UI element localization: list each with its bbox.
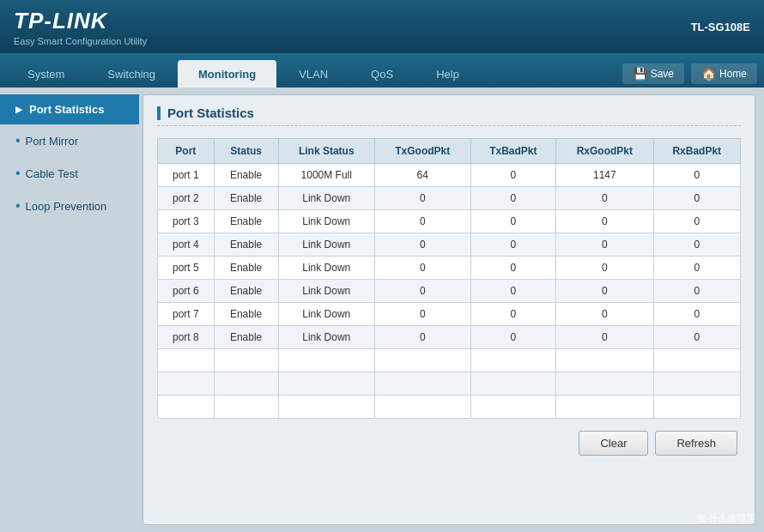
tab-qos[interactable]: QoS: [350, 60, 414, 88]
cell-status: Enable: [214, 257, 278, 280]
cell-link-status: Link Down: [278, 257, 374, 280]
nav-actions: 💾 Save 🏠 Home: [622, 63, 757, 88]
cell-status: Enable: [214, 187, 278, 210]
sidebar-item-port-mirror[interactable]: • Port Mirror: [0, 124, 139, 157]
cell-port: port 5: [158, 257, 215, 280]
table-row: port 4 Enable Link Down 0 0 0 0: [158, 233, 741, 257]
cell-status: Enable: [214, 280, 278, 303]
cell-txgoodpkt: 0: [374, 280, 470, 303]
cell-empty: [470, 396, 556, 419]
clear-button[interactable]: Clear: [579, 431, 648, 456]
cell-empty: [653, 372, 741, 396]
cell-rxbadpkt: 0: [653, 280, 741, 303]
table-empty-row: [158, 349, 741, 372]
sidebar-item-loop-prevention[interactable]: • Loop Prevention: [0, 190, 139, 222]
cell-link-status: Link Down: [278, 280, 374, 303]
cell-status: Enable: [214, 210, 278, 233]
table-empty-row: [158, 372, 741, 396]
cell-port: port 1: [158, 164, 215, 187]
cell-port: port 6: [158, 280, 215, 303]
cell-rxgoodpkt: 0: [556, 210, 653, 233]
cell-txbadpkt: 0: [470, 210, 556, 233]
tab-system[interactable]: System: [7, 60, 85, 88]
cell-empty: [556, 396, 653, 419]
cell-txbadpkt: 0: [470, 187, 556, 210]
cell-rxbadpkt: 0: [653, 257, 741, 280]
cell-txbadpkt: 0: [470, 164, 556, 187]
cell-link-status: Link Down: [278, 233, 374, 257]
tab-vlan[interactable]: VLAN: [278, 60, 349, 88]
col-rxbadpkt: RxBadPkt: [653, 139, 741, 164]
cell-port: port 3: [158, 210, 215, 233]
cell-rxgoodpkt: 0: [556, 303, 653, 326]
bullet-icon-1: •: [15, 133, 21, 148]
cell-empty: [470, 349, 556, 372]
cell-empty: [158, 349, 215, 372]
table-row: port 1 Enable 1000M Full 64 0 1147 0: [158, 164, 741, 187]
page-content: Port Statistics Port Status Link Status …: [142, 94, 755, 525]
sidebar-item-port-statistics[interactable]: ▶ Port Statistics: [0, 94, 139, 124]
cell-txgoodpkt: 0: [374, 210, 470, 233]
bullet-icon-3: •: [15, 198, 21, 214]
cell-port: port 7: [158, 303, 215, 326]
button-area: Clear Refresh: [157, 431, 741, 456]
cell-empty: [653, 396, 741, 419]
save-button[interactable]: 💾 Save: [622, 63, 684, 84]
logo-subtitle: Easy Smart Configuration Utility: [14, 36, 147, 46]
nav-tabs: System Switching Monitoring VLAN QoS Hel…: [7, 60, 480, 88]
home-button[interactable]: 🏠 Home: [691, 63, 757, 84]
cell-port: port 2: [158, 187, 215, 210]
table-empty-row: [158, 396, 741, 419]
cell-txbadpkt: 0: [470, 326, 556, 349]
cell-empty: [556, 349, 653, 372]
cell-link-status: Link Down: [278, 326, 374, 349]
navbar: System Switching Monitoring VLAN QoS Hel…: [0, 53, 764, 88]
cell-rxgoodpkt: 0: [556, 233, 653, 257]
watermark: 值·什么值得买: [696, 512, 755, 525]
cell-port: port 4: [158, 233, 215, 257]
cell-txgoodpkt: 64: [374, 164, 470, 187]
tab-monitoring[interactable]: Monitoring: [178, 60, 276, 88]
col-txgoodpkt: TxGoodPkt: [374, 139, 470, 164]
cell-rxgoodpkt: 0: [556, 187, 653, 210]
cell-txgoodpkt: 0: [374, 257, 470, 280]
sidebar: ▶ Port Statistics • Port Mirror • Cable …: [0, 88, 139, 532]
tab-help[interactable]: Help: [415, 60, 480, 88]
home-label: Home: [719, 68, 747, 80]
cell-rxgoodpkt: 1147: [556, 164, 653, 187]
table-row: port 6 Enable Link Down 0 0 0 0: [158, 280, 741, 303]
model-label: TL-SG108E: [691, 21, 750, 33]
cell-rxbadpkt: 0: [653, 326, 741, 349]
table-row: port 3 Enable Link Down 0 0 0 0: [158, 210, 741, 233]
cell-status: Enable: [214, 303, 278, 326]
cell-txgoodpkt: 0: [374, 187, 470, 210]
cell-rxbadpkt: 0: [653, 187, 741, 210]
cell-empty: [214, 372, 278, 396]
cell-rxgoodpkt: 0: [556, 280, 653, 303]
cell-empty: [158, 396, 215, 419]
sidebar-label-port-statistics: Port Statistics: [29, 103, 104, 116]
save-icon: 💾: [633, 67, 647, 81]
cell-empty: [278, 372, 374, 396]
sidebar-label-port-mirror: Port Mirror: [26, 135, 78, 148]
cell-txbadpkt: 0: [470, 303, 556, 326]
tab-switching[interactable]: Switching: [87, 60, 176, 88]
cell-empty: [214, 396, 278, 419]
col-rxgoodpkt: RxGoodPkt: [556, 139, 653, 164]
cell-empty: [214, 349, 278, 372]
cell-empty: [278, 349, 374, 372]
cell-rxgoodpkt: 0: [556, 326, 653, 349]
table-row: port 2 Enable Link Down 0 0 0 0: [158, 187, 741, 210]
logo-area: TP-LINK Easy Smart Configuration Utility: [14, 8, 147, 46]
table-row: port 8 Enable Link Down 0 0 0 0: [158, 326, 741, 349]
arrow-icon: ▶: [15, 105, 22, 114]
col-link-status: Link Status: [278, 139, 374, 164]
cell-txbadpkt: 0: [470, 257, 556, 280]
cell-empty: [556, 372, 653, 396]
cell-rxbadpkt: 0: [653, 210, 741, 233]
sidebar-label-cable-test: Cable Test: [26, 167, 78, 180]
refresh-button[interactable]: Refresh: [655, 431, 737, 456]
cell-status: Enable: [214, 233, 278, 257]
sidebar-item-cable-test[interactable]: • Cable Test: [0, 157, 139, 190]
cell-empty: [653, 349, 741, 372]
